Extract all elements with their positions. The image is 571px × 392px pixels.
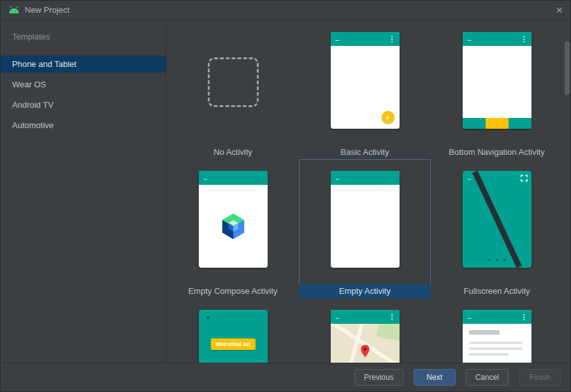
bottom-nav-segment bbox=[486, 118, 509, 129]
sidebar: Templates Phone and Tablet Wear OS Andro… bbox=[1, 20, 166, 363]
template-card-empty-compose-activity[interactable]: ← Empty Compose Activ bbox=[167, 159, 299, 298]
interstitial-ad-banner: Interstitial Ad bbox=[211, 338, 256, 350]
scrollbar-track[interactable] bbox=[564, 40, 570, 334]
next-button[interactable]: Next bbox=[414, 369, 456, 386]
basic-activity-preview: ← ⋮ + bbox=[331, 32, 400, 129]
finish-button[interactable]: Finish bbox=[519, 369, 561, 386]
template-card-bottom-navigation-activity[interactable]: ← ⋮ Bottom Navigation Activity bbox=[431, 20, 563, 159]
android-logo-icon bbox=[8, 6, 20, 14]
template-label: Fullscreen Activity bbox=[431, 284, 563, 298]
scrollbar-thumb[interactable] bbox=[565, 41, 570, 95]
back-arrow-icon: ← bbox=[335, 175, 342, 182]
templates-section-label: Templates bbox=[12, 32, 166, 41]
jetpack-compose-logo-icon bbox=[219, 212, 248, 241]
map-pin-icon bbox=[360, 344, 370, 358]
previous-button[interactable]: Previous bbox=[354, 369, 403, 386]
template-gallery: No Activity ← ⋮ + Basic Activity bbox=[167, 20, 570, 363]
preview-appbar: ← ⋮ bbox=[331, 32, 400, 46]
kebab-menu-icon: ⋮ bbox=[389, 314, 396, 321]
preview-body bbox=[199, 185, 268, 268]
back-arrow-icon: ← bbox=[335, 314, 342, 321]
preview-body bbox=[463, 46, 531, 129]
template-grid: No Activity ← ⋮ + Basic Activity bbox=[167, 20, 563, 363]
preview-map bbox=[331, 324, 400, 363]
fullscreen-preview: ← bbox=[463, 171, 531, 268]
preview-appbar: ← ⋮ bbox=[463, 310, 531, 324]
sidebar-item-automotive[interactable]: Automotive bbox=[1, 117, 166, 134]
empty-compose-preview: ← bbox=[199, 171, 268, 268]
maps-preview: ← ⋮ bbox=[331, 310, 400, 363]
template-card-empty-activity[interactable]: ← Empty Activity bbox=[299, 159, 431, 298]
fab-plus-icon: + bbox=[382, 111, 394, 124]
empty-activity-preview: ← bbox=[331, 171, 400, 268]
template-label: Bottom Navigation Activity bbox=[431, 145, 563, 159]
template-card-fullscreen-activity[interactable]: ← Fullscreen Activity bbox=[431, 159, 563, 298]
sidebar-item-android-tv[interactable]: Android TV bbox=[1, 96, 166, 113]
map-park-patch bbox=[376, 324, 399, 341]
list-title-bar bbox=[469, 330, 500, 335]
window-title: New Project bbox=[25, 5, 69, 15]
template-label-selected: Empty Activity bbox=[299, 284, 431, 298]
close-icon[interactable]: × bbox=[556, 4, 563, 16]
template-card-google-maps[interactable]: ← ⋮ bbox=[299, 298, 431, 363]
cancel-button[interactable]: Cancel bbox=[466, 369, 509, 386]
bottom-nav-bar bbox=[463, 118, 531, 129]
preview-appbar: ← bbox=[331, 171, 400, 185]
dot bbox=[206, 316, 210, 319]
list-preview: ← ⋮ bbox=[463, 310, 531, 363]
list-line bbox=[469, 347, 523, 350]
kebab-menu-icon: ⋮ bbox=[389, 36, 396, 43]
footer: Previous Next Cancel Finish bbox=[1, 363, 570, 391]
template-card-admob-ads[interactable]: Interstitial Ad bbox=[167, 298, 299, 363]
back-arrow-icon: ← bbox=[466, 36, 473, 43]
admob-preview: Interstitial Ad bbox=[199, 310, 268, 363]
back-arrow-icon: ← bbox=[466, 314, 473, 321]
sidebar-item-wear-os[interactable]: Wear OS bbox=[1, 76, 166, 93]
preview-appbar: ← ⋮ bbox=[463, 32, 531, 46]
dot bbox=[503, 259, 506, 261]
preview-appbar: ← bbox=[199, 171, 268, 185]
back-arrow-icon: ← bbox=[335, 36, 342, 43]
dot bbox=[488, 259, 491, 261]
no-activity-placeholder-icon bbox=[208, 57, 259, 107]
bottom-nav-segment bbox=[509, 118, 531, 129]
template-label: Basic Activity bbox=[299, 145, 431, 159]
sidebar-item-phone-and-tablet[interactable]: Phone and Tablet bbox=[1, 55, 166, 73]
back-arrow-icon: ← bbox=[203, 175, 210, 182]
bottom-nav-segment bbox=[463, 118, 486, 129]
template-card-list-layout[interactable]: ← ⋮ bbox=[431, 298, 563, 363]
preview-body bbox=[463, 324, 531, 363]
preview-body: + bbox=[331, 46, 400, 129]
template-label: Empty Compose Activity bbox=[167, 284, 299, 298]
fullscreen-icon bbox=[521, 175, 528, 182]
titlebar: New Project × bbox=[1, 1, 570, 20]
diagonal-stripe bbox=[472, 171, 522, 268]
list-line bbox=[469, 353, 509, 356]
template-card-basic-activity[interactable]: ← ⋮ + Basic Activity bbox=[299, 20, 431, 159]
list-line bbox=[469, 342, 523, 344]
kebab-menu-icon: ⋮ bbox=[521, 36, 528, 43]
new-project-dialog: New Project × Templates Phone and Tablet… bbox=[0, 0, 571, 392]
kebab-menu-icon: ⋮ bbox=[521, 314, 528, 321]
dot bbox=[496, 259, 498, 261]
page-dots bbox=[463, 259, 531, 261]
preview-appbar: ← ⋮ bbox=[331, 310, 400, 324]
back-arrow-icon: ← bbox=[466, 175, 473, 182]
template-card-no-activity[interactable]: No Activity bbox=[167, 20, 299, 159]
bottom-navigation-preview: ← ⋮ bbox=[463, 32, 531, 129]
preview-body bbox=[331, 185, 400, 268]
preview-appbar: ← bbox=[463, 171, 531, 185]
template-label: No Activity bbox=[167, 145, 299, 159]
